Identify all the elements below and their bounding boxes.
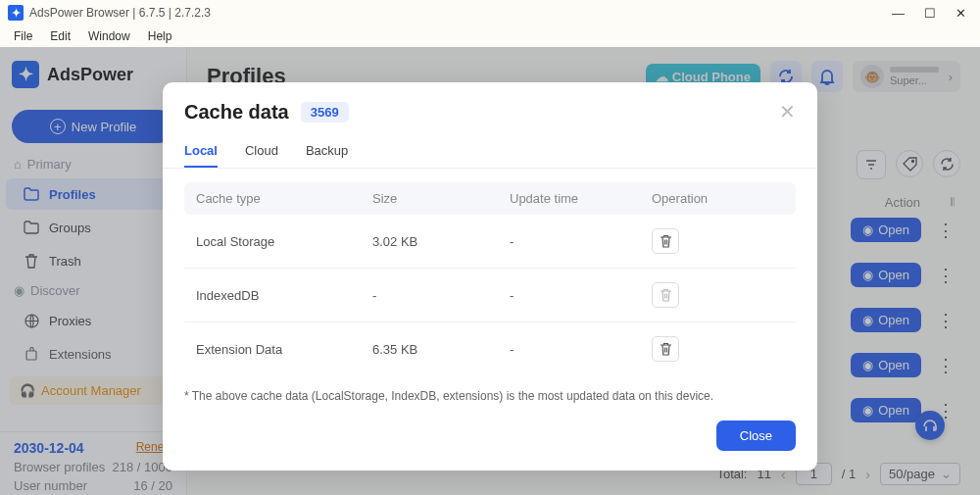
modal-overlay: Cache data 3569 ✕ Local Cloud Backup Cac…	[0, 47, 980, 495]
close-button[interactable]: Close	[716, 421, 796, 451]
cell-update: -	[510, 288, 652, 303]
cell-size: 3.02 KB	[372, 234, 510, 249]
tab-cloud[interactable]: Cloud	[245, 135, 278, 168]
cache-data-modal: Cache data 3569 ✕ Local Cloud Backup Cac…	[163, 82, 817, 470]
delete-button[interactable]	[652, 228, 679, 254]
cell-size: -	[372, 288, 510, 303]
cell-size: 6.35 KB	[372, 342, 510, 357]
tab-local[interactable]: Local	[184, 135, 218, 168]
delete-button[interactable]	[652, 336, 679, 362]
cell-update: -	[510, 342, 652, 357]
table-header: Cache type Size Update time Operation	[184, 182, 796, 215]
modal-close-button[interactable]: ✕	[779, 100, 796, 124]
menu-help[interactable]: Help	[140, 27, 180, 45]
modal-title: Cache data	[184, 101, 289, 124]
cache-count-badge: 3569	[301, 102, 349, 123]
cell-type: Extension Data	[196, 342, 372, 357]
app-icon: ✦	[8, 5, 24, 21]
cell-update: -	[510, 234, 652, 249]
table-row: Local Storage 3.02 KB -	[184, 215, 796, 269]
menu-edit[interactable]: Edit	[42, 27, 78, 45]
close-window-button[interactable]: ✕	[956, 6, 966, 21]
window-titlebar: ✦ AdsPower Browser | 6.7.5 | 2.7.2.3 — ☐…	[0, 0, 980, 25]
menu-file[interactable]: File	[6, 27, 40, 45]
th-update-time: Update time	[510, 191, 652, 206]
th-size: Size	[372, 191, 510, 206]
modal-tabs: Local Cloud Backup	[163, 135, 817, 169]
minimize-button[interactable]: —	[892, 6, 905, 21]
table-row: Extension Data 6.35 KB -	[184, 322, 796, 375]
cell-type: IndexedDB	[196, 288, 372, 303]
cell-type: Local Storage	[196, 234, 372, 249]
th-cache-type: Cache type	[196, 191, 372, 206]
window-title: AdsPower Browser | 6.7.5 | 2.7.2.3	[29, 6, 211, 20]
menu-window[interactable]: Window	[80, 27, 138, 45]
th-operation: Operation	[652, 191, 784, 206]
modal-note: * The above cache data (LocalStorage, In…	[163, 375, 817, 407]
table-row: IndexedDB - -	[184, 269, 796, 322]
delete-button[interactable]	[652, 282, 679, 308]
tab-backup[interactable]: Backup	[306, 135, 348, 168]
menubar: File Edit Window Help	[0, 25, 980, 47]
maximize-button[interactable]: ☐	[924, 6, 936, 21]
